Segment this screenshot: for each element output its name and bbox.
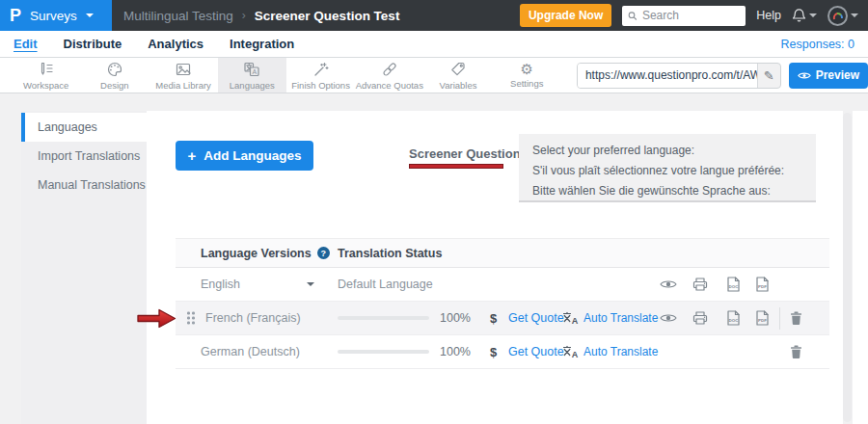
edit-url-button[interactable]: ✎	[757, 64, 780, 88]
upgrade-now-button[interactable]: Upgrade Now	[520, 4, 611, 27]
screener-line-fr: S'il vous plaît sélectionnez votre langu…	[532, 161, 816, 181]
breadcrumb: Multilingual Testing › Screener Question…	[123, 9, 399, 23]
view-icon[interactable]	[660, 313, 677, 324]
table-header-row: Language Versions ? Translation Status	[176, 238, 829, 268]
language-name: French (Français)	[205, 311, 301, 325]
screener-line-de: Bitte wählen Sie die gewünschte Sprache …	[532, 181, 816, 201]
tag-icon	[449, 61, 467, 78]
toolbar-item-variables[interactable]: Variables	[423, 58, 492, 93]
doc-export-icon[interactable]: DOC	[725, 277, 741, 293]
view-icon[interactable]	[660, 279, 677, 290]
pdf-export-icon[interactable]: PDF	[754, 277, 770, 293]
translate-icon[interactable]: A	[562, 346, 579, 358]
language-versions-header: Language Versions ?	[201, 247, 330, 260]
auto-translate-link[interactable]: Auto Translate	[583, 345, 658, 358]
language-select-caret-icon[interactable]	[307, 282, 314, 286]
preview-button[interactable]: Preview	[789, 63, 868, 89]
languages-sidebar: Languages Import Translations Manual Tra…	[21, 111, 147, 424]
tab-distribute[interactable]: Distribute	[64, 37, 122, 51]
tab-edit[interactable]: Edit	[14, 37, 38, 51]
workspace-icon	[38, 61, 55, 78]
help-link[interactable]: Help	[756, 9, 781, 22]
tab-integration[interactable]: Integration	[230, 37, 294, 51]
svg-text:A: A	[253, 67, 258, 74]
table-row-german: German (Deutsch) 100% $ Get Quote A Auto…	[176, 335, 829, 369]
delete-icon[interactable]	[790, 345, 802, 359]
search-icon	[628, 11, 637, 21]
bell-icon	[792, 8, 806, 23]
drag-handle[interactable]	[187, 312, 195, 325]
breadcrumb-separator: ›	[242, 9, 246, 22]
sidebar-item-import-translations[interactable]: Import Translations	[21, 142, 147, 171]
table-row-french: French (Français) 100% $ Get Quote A Aut…	[176, 302, 829, 335]
product-label: Surveys	[30, 9, 77, 23]
chain-link-icon	[381, 61, 398, 78]
avatar	[827, 6, 848, 26]
dollar-icon[interactable]: $	[490, 311, 497, 326]
edit-toolbar: Workspace Design Media Library A Languag…	[0, 58, 868, 93]
global-search[interactable]	[622, 6, 746, 26]
notifications-menu[interactable]	[792, 8, 817, 23]
design-palette-icon	[106, 61, 123, 78]
account-menu[interactable]	[827, 6, 858, 26]
language-name: German (Deutsch)	[201, 345, 300, 358]
table-row-english: English Default Language DOC PDF	[176, 268, 829, 302]
languages-icon: A	[243, 61, 260, 78]
chevron-down-icon	[851, 13, 858, 17]
progress-percent: 100%	[440, 345, 471, 358]
pencil-icon: ✎	[764, 68, 774, 83]
print-icon[interactable]	[692, 311, 708, 326]
languages-page: Languages Import Translations Manual Tra…	[0, 93, 868, 424]
annotation-red-underline	[409, 164, 503, 169]
delete-icon[interactable]	[790, 311, 802, 326]
toolbar-item-workspace[interactable]: Workspace	[12, 58, 80, 93]
chevron-down-icon	[86, 13, 94, 17]
sidebar-item-manual-translations[interactable]: Manual Translations	[21, 171, 147, 199]
translate-icon[interactable]: A	[562, 312, 579, 325]
toolbar-item-languages[interactable]: A Languages	[218, 58, 286, 93]
svg-text:PDF: PDF	[758, 318, 767, 323]
doc-export-icon[interactable]: DOC	[725, 310, 741, 327]
get-quote-link[interactable]: Get Quote	[508, 345, 564, 358]
responses-count[interactable]: Responses: 0	[781, 38, 854, 51]
print-icon[interactable]	[692, 278, 708, 292]
questionpro-logo-icon: P	[10, 0, 21, 31]
annotation-arrow	[137, 307, 176, 330]
toolbar-item-design[interactable]: Design	[80, 58, 149, 93]
survey-nav: Edit Distribute Analytics Integration Re…	[0, 31, 868, 58]
auto-translate-link[interactable]: Auto Translate	[583, 311, 658, 325]
language-versions-table: Language Versions ? Translation Status E…	[176, 238, 829, 369]
scrollbar[interactable]	[843, 113, 852, 422]
toolbar-item-finish-options[interactable]: Finish Options	[286, 58, 355, 93]
screener-question-label: Screener Question :	[409, 146, 529, 161]
sidebar-item-languages[interactable]: Languages	[21, 113, 147, 142]
gear-icon: ⚙	[521, 62, 533, 76]
eye-icon	[798, 71, 811, 80]
tab-analytics[interactable]: Analytics	[148, 37, 203, 51]
svg-text:A: A	[572, 350, 579, 358]
top-bar: P Surveys Multilingual Testing › Screene…	[0, 0, 868, 31]
chevron-down-icon	[809, 13, 817, 17]
translation-status-header: Translation Status	[338, 247, 442, 260]
toolbar-item-media-library[interactable]: Media Library	[149, 58, 217, 93]
add-languages-button[interactable]: + Add Languages	[176, 141, 313, 171]
media-library-icon	[175, 61, 192, 78]
breadcrumb-survey-name[interactable]: Multilingual Testing	[123, 9, 233, 23]
survey-url-field[interactable]: https://www.questionpro.com/t/AW22Zd50	[578, 64, 757, 88]
language-name[interactable]: English	[201, 278, 240, 291]
survey-url-group: https://www.questionpro.com/t/AW22Zd50 ✎	[577, 63, 781, 89]
dollar-icon[interactable]: $	[490, 345, 497, 359]
search-input[interactable]	[642, 9, 740, 22]
plus-icon: +	[187, 147, 196, 164]
toolbar-item-settings[interactable]: ⚙ Settings	[493, 58, 561, 93]
translation-progress-bar	[338, 316, 429, 320]
svg-text:PDF: PDF	[758, 284, 767, 289]
progress-percent: 100%	[440, 311, 471, 325]
help-icon[interactable]: ?	[317, 247, 330, 259]
get-quote-link[interactable]: Get Quote	[508, 311, 564, 325]
svg-text:DOC: DOC	[729, 318, 740, 323]
surveys-menu[interactable]: P Surveys	[0, 0, 112, 31]
toolbar-item-advance-quotas[interactable]: Advance Quotas	[355, 58, 423, 93]
pdf-export-icon[interactable]: PDF	[754, 310, 770, 327]
default-language-status: Default Language	[338, 278, 433, 291]
